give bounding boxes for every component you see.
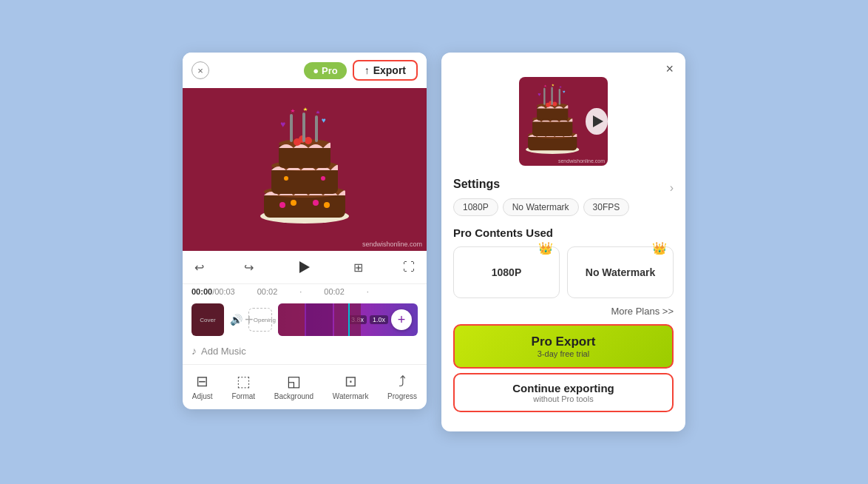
preview-cake: ♥ ♥ — [519, 81, 586, 162]
svg-marker-38 — [552, 84, 555, 86]
more-plans-link[interactable]: More Plans >> — [441, 298, 685, 320]
preview-watermark: sendwishonline.com — [558, 158, 605, 164]
svg-text:♥: ♥ — [280, 119, 285, 130]
play-overlay-icon — [593, 115, 603, 127]
svg-point-22 — [284, 176, 288, 181]
right-panel: × ♥ — [441, 53, 685, 431]
cake-illustration: ♥ ♥ — [249, 107, 360, 232]
progress-icon: ⤴ — [399, 373, 406, 390]
settings-arrow-icon[interactable]: › — [670, 181, 674, 195]
crown-icon-1080p: 👑 — [538, 241, 553, 255]
tag-1080p: 1080P — [453, 198, 498, 216]
svg-text:♥: ♥ — [322, 116, 326, 124]
adjust-label: Adjust — [192, 392, 213, 400]
music-icon: ♪ — [191, 345, 197, 357]
bottom-toolbar: ⊟ Adjust ⬚ Format ◱ Background ⊡ Waterma… — [183, 364, 427, 409]
header-right: ● Pro ↑ Export — [304, 60, 418, 81]
export-button[interactable]: ↑ Export — [353, 60, 418, 81]
add-music-row[interactable]: ♪ Add Music — [183, 340, 427, 364]
tool-background[interactable]: ◱ Background — [274, 372, 313, 400]
pro-cards: 👑 1080P 👑 No Watermark — [453, 246, 674, 298]
time-mid2: 00:02 — [324, 287, 345, 296]
svg-rect-11 — [302, 112, 305, 142]
format-label: Format — [231, 392, 255, 400]
pro-label: Pro — [322, 65, 338, 76]
settings-tags: 1080P No Watermark 30FPS — [453, 198, 674, 216]
timeline-track: Cover 🔊 + Opening 3.8x 1.0x + — [183, 299, 427, 340]
background-icon: ◱ — [287, 372, 301, 390]
tag-no-watermark: No Watermark — [503, 198, 579, 216]
export-label: Export — [373, 64, 406, 76]
pro-export-sub: 3-day free trial — [538, 349, 589, 358]
tool-format[interactable]: ⬚ Format — [231, 372, 255, 400]
undo-button[interactable]: ↩ — [194, 261, 204, 275]
svg-point-19 — [291, 200, 296, 206]
pro-contents-title: Pro Contents Used — [453, 226, 674, 239]
add-icon: + — [245, 312, 254, 329]
fullscreen-button[interactable]: ⛶ — [403, 261, 415, 274]
continue-label: Continue exporting — [512, 382, 614, 394]
continue-sub: without Pro tools — [533, 394, 593, 403]
settings-title: Settings — [453, 178, 500, 191]
svg-text:♥: ♥ — [538, 91, 540, 98]
background-label: Background — [274, 392, 313, 400]
adjust-icon: ⊟ — [196, 372, 208, 390]
svg-rect-12 — [315, 115, 318, 142]
settings-section: Settings › 1080P No Watermark 30FPS — [441, 178, 685, 216]
close-button[interactable]: × — [191, 61, 209, 79]
svg-point-23 — [321, 176, 325, 181]
tag-fps: 30FPS — [583, 198, 630, 216]
pro-badge: ● Pro — [304, 62, 347, 79]
svg-point-20 — [313, 200, 319, 206]
svg-marker-15 — [316, 110, 320, 114]
play-icon — [299, 261, 310, 273]
right-close-button[interactable]: × — [665, 61, 674, 77]
time-display: 00:00/00:03 — [191, 287, 235, 296]
pro-card-1080p: 👑 1080P — [453, 246, 560, 298]
camera-button[interactable]: ⊞ — [353, 261, 363, 275]
preview-thumbnail: ♥ ♥ sendwishonline.com — [519, 77, 608, 166]
svg-rect-35 — [551, 87, 552, 105]
progress-label: Progress — [387, 392, 417, 400]
watermark-icon: ⊡ — [345, 372, 357, 390]
time-mid1: 00:02 — [257, 287, 278, 296]
svg-rect-34 — [543, 88, 545, 105]
svg-rect-36 — [559, 89, 560, 105]
add-clip-button[interactable]: + Opening — [248, 308, 272, 332]
svg-marker-39 — [559, 86, 562, 88]
continue-exporting-button[interactable]: Continue exporting without Pro tools — [453, 373, 674, 412]
svg-marker-13 — [291, 109, 295, 112]
timeline-area: 00:00/00:03 00:02 · 00:02 · Cover 🔊 + Op… — [183, 284, 427, 364]
svg-point-18 — [279, 202, 285, 208]
cover-thumbnail[interactable]: Cover — [191, 303, 224, 336]
play-overlay[interactable] — [586, 108, 608, 135]
video-preview: ♥ ♥ sendwishonline.com — [183, 88, 427, 251]
video-watermark: sendwishonline.com — [362, 241, 422, 248]
pro-icon: ● — [313, 65, 319, 76]
pro-card-no-watermark: 👑 No Watermark — [567, 246, 674, 298]
svg-marker-37 — [544, 85, 547, 87]
controls-bar: ↩ ↪ ⊞ ⛶ — [183, 251, 427, 284]
watermark-label: Watermark — [333, 392, 369, 400]
tool-adjust[interactable]: ⊟ Adjust — [192, 372, 213, 400]
format-icon: ⬚ — [237, 372, 251, 390]
export-icon: ↑ — [365, 64, 370, 76]
redo-button[interactable]: ↪ — [244, 261, 254, 275]
pro-contents-section: Pro Contents Used 👑 1080P 👑 No Watermark — [441, 216, 685, 298]
pro-export-button[interactable]: Pro Export 3-day free trial — [453, 324, 674, 369]
tool-watermark[interactable]: ⊡ Watermark — [333, 372, 369, 400]
clip-strip[interactable]: 3.8x 1.0x + — [278, 303, 418, 336]
clip-speed2: 1.0x — [370, 315, 388, 324]
opening-label: Opening — [254, 317, 276, 323]
right-header: × — [441, 53, 685, 77]
left-header: × ● Pro ↑ Export — [183, 53, 427, 88]
add-music-label: Add Music — [201, 346, 246, 357]
play-button[interactable] — [294, 257, 314, 278]
left-panel: × ● Pro ↑ Export — [183, 53, 427, 409]
pro-card-watermark-label: No Watermark — [586, 266, 655, 278]
svg-marker-14 — [303, 107, 308, 111]
volume-button[interactable]: 🔊 — [230, 314, 243, 326]
crown-icon-watermark: 👑 — [652, 241, 667, 255]
tool-progress[interactable]: ⤴ Progress — [387, 373, 417, 400]
clip-add-button[interactable]: + — [391, 309, 412, 330]
